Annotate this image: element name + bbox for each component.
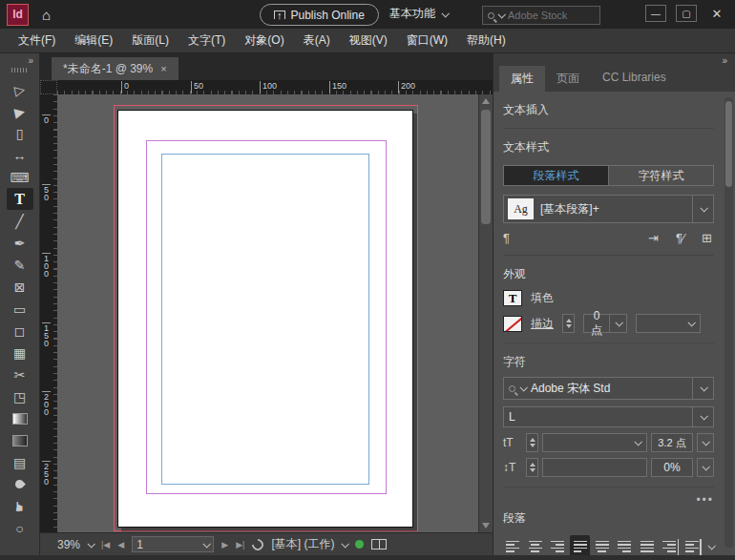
gradient-swatch-tool[interactable] — [7, 407, 33, 429]
scroll-down-icon[interactable] — [482, 523, 490, 529]
shape-tool[interactable]: ◻ — [7, 320, 33, 342]
page-tool[interactable]: ▯ — [7, 122, 33, 144]
align-toward-spine-button[interactable] — [660, 535, 679, 555]
menu-object[interactable]: 对象(O) — [236, 30, 292, 52]
justify-all-button[interactable] — [638, 535, 657, 555]
canvas-vertical-scrollbar[interactable] — [478, 94, 493, 532]
leading-stepper[interactable] — [526, 458, 538, 477]
paragraph-styles-tab[interactable]: 段落样式 — [504, 166, 608, 185]
pencil-tool[interactable]: ✎ — [7, 254, 33, 276]
minimize-button[interactable]: — — [645, 5, 666, 22]
next-page-button[interactable]: ▶ — [221, 540, 228, 550]
stroke-type-dropdown[interactable] — [636, 314, 701, 333]
toolbar-grip[interactable] — [11, 68, 29, 73]
tab-pages[interactable]: 页面 — [545, 66, 591, 92]
chevron-down-icon[interactable] — [692, 407, 713, 426]
line-tool[interactable]: ╱ — [7, 210, 33, 232]
last-page-button[interactable]: ▶| — [236, 540, 244, 550]
zoom-tool[interactable]: ○ — [7, 517, 33, 539]
home-icon[interactable]: ⌂ — [42, 7, 51, 23]
menu-window[interactable]: 窗口(W) — [398, 30, 456, 52]
chevron-down-icon[interactable] — [692, 196, 713, 222]
chevron-down-icon[interactable] — [707, 542, 715, 550]
publish-online-button[interactable]: ↑ Publish Online — [260, 4, 379, 26]
chevron-down-icon[interactable] — [697, 433, 714, 452]
type-tool[interactable]: T — [7, 188, 33, 210]
prev-page-button[interactable]: ◀ — [117, 540, 124, 550]
document-page[interactable] — [117, 110, 413, 528]
align-away-spine-button[interactable] — [682, 535, 702, 555]
new-style-icon[interactable]: ⊞ — [702, 231, 712, 245]
scrollbar-thumb[interactable] — [481, 110, 491, 224]
align-right-button[interactable] — [548, 535, 567, 555]
horizontal-ruler[interactable]: 0 50 100 150 200 — [57, 80, 493, 94]
first-page-button[interactable]: |◀ — [101, 540, 110, 550]
vertical-ruler[interactable]: 0 50 100 150 200 250 — [40, 94, 57, 532]
menu-file[interactable]: 文件(F) — [10, 30, 64, 52]
canvas-viewport[interactable] — [57, 94, 493, 532]
chevron-down-icon[interactable] — [609, 315, 626, 332]
tab-cc-libraries[interactable]: CC Libraries — [591, 66, 678, 92]
menu-type[interactable]: 文字(T) — [179, 30, 234, 52]
gradient-feather-tool[interactable] — [7, 429, 33, 451]
fill-swatch-icon[interactable]: T — [503, 290, 522, 306]
menu-edit[interactable]: 编辑(E) — [66, 30, 121, 52]
paragraph-style-dropdown[interactable]: Ag [基本段落]+ — [503, 195, 714, 223]
search-input[interactable] — [508, 10, 590, 21]
hand-tool[interactable]: ☛ — [7, 495, 33, 517]
direct-selection-tool[interactable]: ▶ — [7, 100, 33, 122]
justify-last-left-button[interactable] — [570, 535, 589, 555]
stroke-weight-field[interactable]: 0 点 — [583, 314, 627, 333]
chevron-down-icon[interactable] — [692, 378, 713, 399]
note-tool[interactable]: ▤ — [7, 451, 33, 473]
panel-scrollbar[interactable] — [724, 97, 733, 548]
text-frame[interactable] — [161, 154, 369, 485]
panel-scrollbar-thumb[interactable] — [725, 101, 732, 187]
menu-help[interactable]: 帮助(H) — [458, 30, 514, 52]
zoom-level-dropdown[interactable]: 39% — [57, 538, 94, 551]
close-tab-icon[interactable]: × — [160, 63, 166, 74]
align-center-button[interactable] — [525, 535, 544, 555]
spacing-field[interactable]: 0% — [651, 458, 693, 477]
font-family-dropdown[interactable]: Adobe 宋体 Std — [503, 377, 714, 400]
more-options-icon[interactable]: ••• — [503, 493, 714, 507]
page-number-field[interactable]: 1 — [132, 536, 214, 552]
panel-collapse-icon[interactable]: » — [722, 55, 727, 66]
scissors-tool[interactable]: ✂ — [7, 363, 33, 385]
eyedropper-tool[interactable] — [7, 473, 33, 495]
menu-table[interactable]: 表(A) — [295, 30, 339, 52]
font-size-stepper[interactable] — [526, 433, 538, 452]
tab-properties[interactable]: 属性 — [499, 66, 545, 92]
justify-last-center-button[interactable] — [593, 535, 612, 555]
fill-label[interactable]: 填色 — [531, 290, 554, 306]
close-button[interactable]: ✕ — [706, 5, 727, 22]
spread-view-icon[interactable] — [371, 539, 387, 550]
gap-tool[interactable]: ↔ — [7, 144, 33, 166]
chevron-down-icon[interactable] — [697, 458, 714, 477]
leading-dropdown[interactable] — [542, 458, 647, 477]
preflight-profile[interactable]: [基本] (工作) — [271, 536, 334, 552]
ruler-origin[interactable] — [40, 80, 57, 94]
scroll-up-icon[interactable] — [482, 98, 490, 104]
grid-type-tool[interactable]: ▦ — [7, 342, 33, 363]
stock-search[interactable] — [482, 6, 600, 25]
preflight-icon[interactable] — [250, 536, 266, 552]
menu-layout[interactable]: 版面(L) — [123, 30, 178, 52]
content-collector-tool[interactable]: ⌨ — [7, 166, 33, 188]
redefine-style-icon[interactable]: ⇥ — [648, 231, 659, 245]
menu-view[interactable]: 视图(V) — [341, 30, 396, 52]
stroke-weight-stepper[interactable] — [562, 314, 575, 333]
selection-tool[interactable]: ▷ — [7, 78, 33, 100]
align-left-button[interactable] — [503, 535, 522, 555]
rectangle-tool[interactable]: ▭ — [7, 298, 33, 320]
document-tab[interactable]: *未命名-1 @ 39% × — [52, 57, 178, 80]
font-style-dropdown[interactable]: L — [503, 406, 714, 427]
toolbar-collapse-icon[interactable]: » — [28, 53, 39, 66]
chevron-down-icon[interactable] — [342, 540, 349, 548]
maximize-button[interactable]: ▢ — [676, 5, 697, 22]
clear-overrides-icon[interactable]: ¶⁄ — [676, 231, 684, 245]
workspace-switcher[interactable]: 基本功能 — [389, 6, 448, 22]
justify-last-right-button[interactable] — [615, 535, 634, 555]
font-size-field[interactable]: 3.2 点 — [651, 433, 693, 452]
font-size-dropdown[interactable] — [542, 433, 647, 452]
